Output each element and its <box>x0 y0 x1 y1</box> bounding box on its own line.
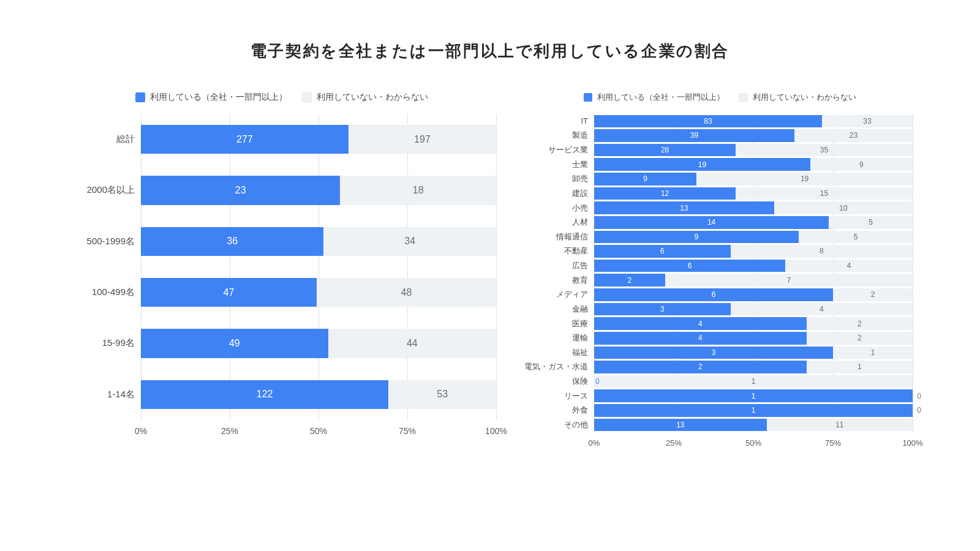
bar-segment-notusing: 197 <box>349 125 496 154</box>
swatch-blue-icon <box>135 92 145 102</box>
bar-segment-using: 6 <box>594 288 833 301</box>
bar-segment-notusing: 53 <box>388 380 496 409</box>
xtick: 25% <box>221 426 238 436</box>
bar-row: 145 <box>594 215 913 230</box>
bar-row: 27 <box>594 273 913 288</box>
bar-row: 68 <box>594 244 913 259</box>
xtick: 0% <box>135 426 147 436</box>
bar-row: 3923 <box>594 129 913 143</box>
bar-row: 42 <box>594 317 913 331</box>
bar-segment-using: 122 <box>141 380 388 409</box>
xaxis-left: 0%25%50%75%100% <box>141 424 496 441</box>
bar-segment-using: 36 <box>141 227 323 256</box>
bar-segment-notusing: 8 <box>731 245 913 258</box>
bar-segment-notusing: 2 <box>833 288 913 301</box>
xtick: 100% <box>485 426 507 436</box>
bar-segment-notusing: 11 <box>767 419 913 432</box>
legend-label-using: 利用している（全社・一部門以上） <box>597 92 725 103</box>
bar-segment-using: 6 <box>594 260 785 272</box>
bar-segment-using: 14 <box>594 216 829 229</box>
bar-segment-using: 13 <box>594 201 774 214</box>
bar-row: 64 <box>594 258 913 273</box>
category-label: リース <box>527 389 594 403</box>
legend-label-using: 利用している（全社・一部門以上） <box>150 92 287 103</box>
bar-segment-notusing: 1 <box>807 361 913 373</box>
bar-segment-using: 4 <box>594 317 807 330</box>
bar-segment-notusing: 33 <box>822 115 913 128</box>
page-title: 電子契約を全社または一部門以上で利用している企業の割合 <box>49 26 931 62</box>
bar-row: 3634 <box>141 216 496 267</box>
category-label: 広告 <box>527 258 594 273</box>
bar-row: 12253 <box>141 369 496 420</box>
swatch-blue-icon <box>584 93 592 102</box>
legend-item-notusing: 利用していない・わからない <box>739 92 856 103</box>
bar-segment-notusing: 1 <box>594 375 913 388</box>
category-label: 教育 <box>527 273 594 288</box>
bar-segment-using: 3 <box>594 303 731 316</box>
category-label: 建設 <box>527 186 594 201</box>
xtick: 100% <box>902 438 922 448</box>
category-label: 1-14名 <box>67 369 141 420</box>
category-label: IT <box>527 114 594 129</box>
category-label: 100-499名 <box>67 267 141 318</box>
bar-row: 2318 <box>141 165 496 216</box>
legend-item-using: 利用している（全社・一部門以上） <box>584 92 725 103</box>
plot-left: 総計2000名以上500-1999名100-499名15-99名1-14名 27… <box>67 114 496 420</box>
xtick: 75% <box>825 438 841 448</box>
swatch-grey-icon <box>739 93 748 102</box>
xtick: 25% <box>666 438 682 448</box>
bar-segment-using: 4 <box>594 332 807 345</box>
bar-row: 10 <box>594 389 913 403</box>
bar-segment-notusing: 5 <box>799 231 913 244</box>
legend-item-using: 利用している（全社・一部門以上） <box>135 92 287 103</box>
category-label: 情報通信 <box>527 230 594 244</box>
bar-segment-notusing: 23 <box>794 129 913 142</box>
legend-right: 利用している（全社・一部門以上） 利用していない・わからない <box>527 92 913 103</box>
bar-row: 4748 <box>141 267 496 318</box>
category-label: 人材 <box>527 215 594 230</box>
xaxis-right: 0%25%50%75%100% <box>594 436 913 453</box>
bar-segment-notusing: 2 <box>807 317 913 330</box>
xtick: 0% <box>589 438 600 448</box>
category-label: 医療 <box>527 317 594 331</box>
legend-item-notusing: 利用していない・わからない <box>302 92 428 103</box>
category-label: 金融 <box>527 302 594 317</box>
chart-by-industry: 利用している（全社・一部門以上） 利用していない・わからない IT製造サービス業… <box>527 92 913 522</box>
bar-segment-notusing: 4 <box>731 303 913 316</box>
bar-row: 10 <box>594 374 913 389</box>
bar-segment-using: 19 <box>594 158 810 171</box>
plot-right: IT製造サービス業士業卸売建設小売人材情報通信不動産広告教育メディア金融医療運輸… <box>527 114 913 432</box>
xtick: 50% <box>310 426 327 436</box>
bar-segment-using: 3 <box>594 347 833 359</box>
chart-by-size: 利用している（全社・一部門以上） 利用していない・わからない 総計2000名以上… <box>67 92 496 522</box>
bar-segment-using: 2 <box>594 274 665 287</box>
bar-row: 277197 <box>141 114 496 165</box>
bar-row: 95 <box>594 230 913 244</box>
bar-segment-notusing: 1 <box>833 347 913 359</box>
bar-segment-using: 13 <box>594 419 767 432</box>
bar-segment-notusing: 9 <box>810 158 913 171</box>
bar-segment-notusing: 34 <box>323 227 496 256</box>
bar-row: 1215 <box>594 186 913 201</box>
bar-segment-using: 9 <box>594 173 696 186</box>
bar-row: 10 <box>594 403 913 418</box>
category-label: 2000名以上 <box>67 165 141 216</box>
category-label: 士業 <box>527 157 594 172</box>
bar-segment-notusing: 48 <box>317 278 496 307</box>
bar-row: 8333 <box>594 114 913 129</box>
chart-canvas: 電子契約を全社または一部門以上で利用している企業の割合 利用している（全社・一部… <box>49 26 931 522</box>
legend-label-notusing: 利用していない・わからない <box>753 92 856 103</box>
bar-segment-notusing: 35 <box>736 144 913 157</box>
category-label: 不動産 <box>527 244 594 259</box>
bar-segment-notusing: 10 <box>774 201 913 214</box>
bar-segment-notusing: 18 <box>340 176 496 204</box>
bar-segment-using: 1 <box>594 389 913 402</box>
bar-segment-using: 1 <box>594 404 913 417</box>
bar-row: 919 <box>594 172 913 187</box>
bar-segment-notusing: 7 <box>665 274 913 287</box>
bar-row: 34 <box>594 302 913 317</box>
bar-row: 199 <box>594 157 913 172</box>
bar-segment-using: 47 <box>141 278 317 307</box>
bar-value-notusing: 0 <box>917 406 921 414</box>
bar-row: 1310 <box>594 201 913 216</box>
